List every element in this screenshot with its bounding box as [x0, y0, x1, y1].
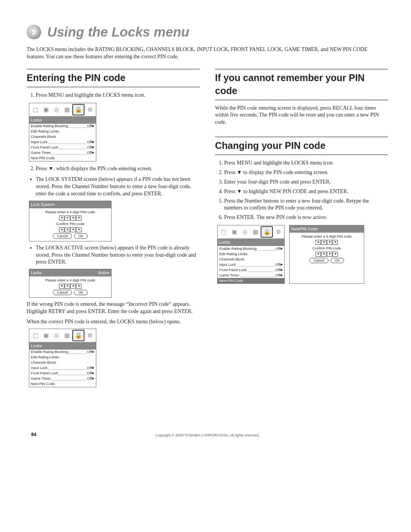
- step: Enter your four-digit PIN code and press…: [224, 179, 388, 186]
- down-arrow-icon: [237, 189, 242, 194]
- pin-prompt: Please enter a 4 digit PIN code: [29, 278, 111, 283]
- setup-icon: ⚙: [84, 330, 95, 341]
- step: Press to display the PIN code entering s…: [224, 169, 388, 176]
- bullet: The LOCK SYSTEM screen (below) appears i…: [36, 176, 200, 198]
- tv-icon: ▢: [30, 104, 41, 115]
- chevron-right-icon: [92, 151, 94, 155]
- pip-icon: ▣: [41, 104, 51, 115]
- ok-button[interactable]: OK: [74, 233, 88, 239]
- ok-button[interactable]: OK: [74, 290, 88, 295]
- locks-active-panel: LocksActive Please enter a 4 digit PIN c…: [29, 269, 112, 298]
- lock-icon: 🔒: [72, 330, 84, 341]
- paragraph: When the correct PIN code is entered, th…: [27, 318, 200, 326]
- menu-item: Front Panel Lock: [31, 145, 58, 150]
- pin-prompt: Please enter a 4 digit PIN code: [29, 210, 111, 215]
- step: Press MENU and highlight the LOCKS menu …: [224, 160, 388, 167]
- lock-icon: 🔒: [261, 226, 273, 238]
- locks-menu-panel: ▢ ▣ ◎ ▦ 🔒 ⚙ Locks Enable Rating Blocking…: [29, 103, 96, 161]
- ok-button[interactable]: OK: [331, 258, 344, 263]
- section-change-pin: Changing your PIN code: [215, 137, 388, 155]
- pin-confirm-label: Confirm PIN code: [29, 222, 111, 227]
- step: Press MENU and highlight the LOCKS menu …: [36, 92, 200, 99]
- lock-icon: 🔒: [72, 104, 84, 115]
- tv-icon: ▢: [30, 330, 41, 341]
- locks-menu-panel-open: ▢ ▣ ◎ ▦ 🔒 ⚙ Locks Enable Rating Blocking…: [29, 329, 96, 387]
- setup-icon: ⚙: [84, 104, 95, 115]
- menu-item: Edit Rating Limits: [31, 129, 59, 134]
- menu-item: Enable Rating Blocking: [31, 124, 68, 129]
- chevron-right-icon: [92, 124, 94, 128]
- pin-boxes: ★★★★: [29, 216, 111, 220]
- cancel-button[interactable]: Cancel: [53, 290, 72, 295]
- section-entering-pin: Entering the PIN code: [27, 69, 200, 87]
- down-arrow-icon: [48, 166, 54, 171]
- step: Press the Number buttons to enter a new …: [224, 198, 388, 212]
- chevron-right-icon: [92, 140, 94, 144]
- menu-item: New PIN Code: [31, 156, 55, 161]
- intro-paragraph: The LOCKS menu includes the RATING BLOCK…: [27, 46, 384, 61]
- down-arrow-icon: [237, 169, 242, 175]
- paragraph: If the wrong PIN code is entered, the me…: [27, 301, 200, 315]
- panel-title: NewPIN Code: [291, 226, 318, 232]
- chapter-number-badge: 9: [27, 25, 41, 39]
- step: Press to highlight NEW PIN CODE and pres…: [224, 188, 388, 195]
- menu-item: Channels Block: [31, 134, 56, 139]
- av-icon: ◎: [51, 330, 62, 341]
- page-footer: 84 Copyright © 2003 TOSHIBA CORPORATION.…: [27, 433, 388, 438]
- menu-title: Locks: [31, 117, 42, 123]
- chapter-header: 9 Using the Locks menu: [27, 23, 388, 41]
- tv-icon: ▢: [218, 226, 229, 238]
- setup-icon: ⚙: [273, 226, 284, 238]
- step: Press ENTER. The new PIN code is now act…: [224, 214, 388, 221]
- menu-item-selected: New PIN Code: [219, 278, 243, 283]
- locks-menu-panel-newpin: ▢ ▣ ◎ ▦ 🔒 ⚙ Locks Enable Rating Blocking…: [217, 225, 285, 284]
- app-icon: ▦: [62, 330, 72, 341]
- new-pin-panel: NewPIN Code Please enter a 4 digit PIN c…: [289, 225, 364, 284]
- av-icon: ◎: [51, 104, 62, 115]
- pip-icon: ▣: [229, 226, 240, 238]
- copyright: Copyright © 2003 TOSHIBA CORPORATION. Al…: [155, 433, 260, 437]
- step: Press , which displays the PIN code ente…: [36, 165, 200, 173]
- chapter-title: Using the Locks menu: [47, 23, 189, 41]
- pip-icon: ▣: [41, 330, 51, 341]
- paragraph: While the PIN code entering screen is di…: [215, 105, 388, 126]
- menu-icon-row: ▢ ▣ ◎ ▦ 🔒 ⚙: [29, 103, 96, 117]
- panel-title: Lock System: [31, 202, 55, 208]
- av-icon: ◎: [240, 226, 250, 238]
- bullet: The LOCKS ACTIVE screen (below) appears …: [36, 244, 200, 266]
- app-icon: ▦: [62, 104, 72, 115]
- section-forgot-pin: If you cannot remember your PIN code: [215, 69, 388, 100]
- app-icon: ▦: [250, 226, 261, 238]
- chevron-right-icon: [92, 145, 94, 150]
- menu-item: Input Lock: [31, 140, 48, 145]
- lock-system-panel: Lock System Please enter a 4 digit PIN c…: [29, 201, 112, 241]
- menu-item: Game Timer: [31, 150, 51, 155]
- page-number: 84: [31, 431, 36, 438]
- cancel-button[interactable]: Cancel: [309, 258, 328, 263]
- cancel-button[interactable]: Cancel: [53, 233, 72, 239]
